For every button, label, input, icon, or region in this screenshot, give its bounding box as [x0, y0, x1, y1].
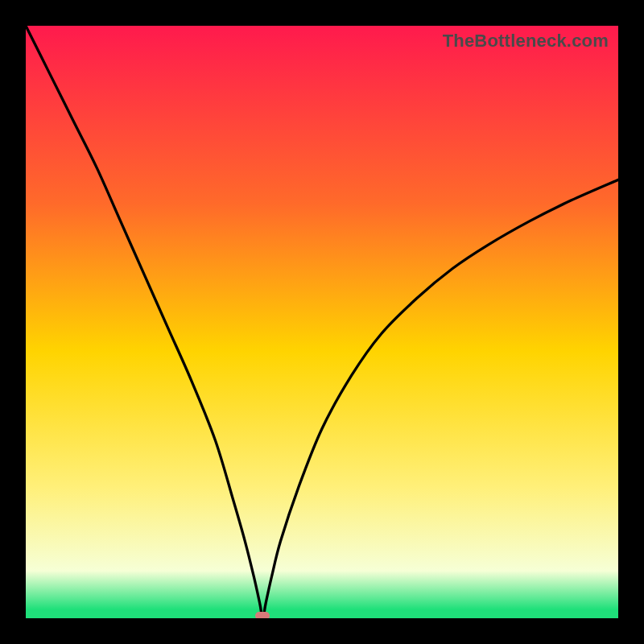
minimum-marker — [255, 612, 270, 618]
chart-frame: TheBottleneck.com — [0, 0, 644, 644]
plot-area: TheBottleneck.com — [26, 26, 618, 618]
bottleneck-curve — [26, 26, 618, 618]
branding-watermark: TheBottleneck.com — [443, 31, 609, 52]
